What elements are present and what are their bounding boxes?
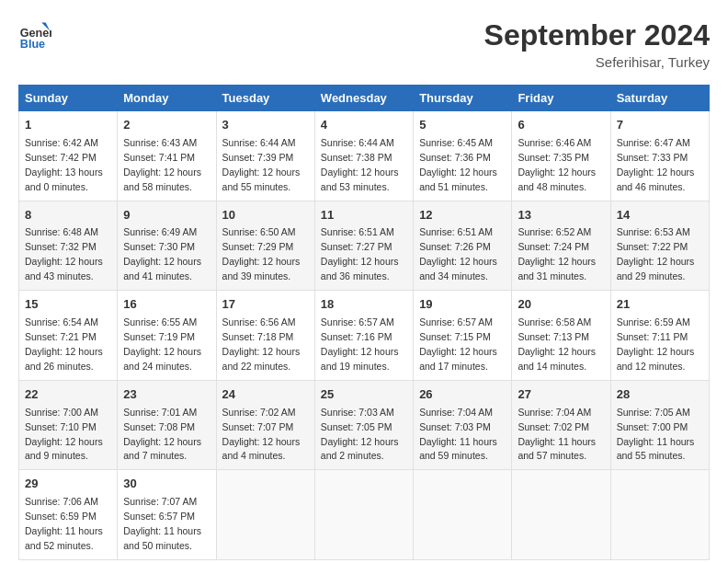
day-number: 27 — [518, 386, 604, 404]
calendar-cell: 15Sunrise: 6:54 AMSunset: 7:21 PMDayligh… — [19, 291, 118, 381]
calendar-cell: 9Sunrise: 6:49 AMSunset: 7:30 PMDaylight… — [118, 201, 216, 291]
calendar-cell — [414, 470, 512, 560]
day-number: 24 — [222, 386, 309, 404]
day-info: Sunrise: 6:47 AMSunset: 7:33 PMDaylight:… — [617, 137, 695, 192]
day-number: 23 — [123, 386, 210, 404]
day-info: Sunrise: 7:06 AMSunset: 6:59 PMDaylight:… — [25, 496, 103, 551]
day-info: Sunrise: 6:57 AMSunset: 7:16 PMDaylight:… — [321, 316, 399, 372]
day-number: 10 — [222, 207, 309, 224]
calendar-cell: 30Sunrise: 7:07 AMSunset: 6:57 PMDayligh… — [118, 470, 216, 560]
calendar-cell: 18Sunrise: 6:57 AMSunset: 7:16 PMDayligh… — [314, 291, 413, 381]
week-row-5: 29Sunrise: 7:06 AMSunset: 6:59 PMDayligh… — [19, 470, 710, 560]
day-info: Sunrise: 6:58 AMSunset: 7:13 PMDaylight:… — [518, 316, 596, 372]
calendar-cell: 27Sunrise: 7:04 AMSunset: 7:02 PMDayligh… — [512, 380, 610, 470]
svg-text:Blue: Blue — [20, 38, 45, 51]
day-number: 29 — [25, 476, 111, 493]
day-header-monday: Monday — [118, 86, 216, 111]
day-info: Sunrise: 6:59 AMSunset: 7:11 PMDaylight:… — [617, 316, 695, 372]
calendar-cell — [610, 470, 709, 560]
day-info: Sunrise: 7:00 AMSunset: 7:10 PMDaylight:… — [25, 407, 103, 462]
day-info: Sunrise: 6:46 AMSunset: 7:35 PMDaylight:… — [518, 137, 596, 192]
day-number: 18 — [321, 296, 407, 314]
calendar-cell: 2Sunrise: 6:43 AMSunset: 7:41 PMDaylight… — [118, 111, 216, 201]
calendar-table: SundayMondayTuesdayWednesdayThursdayFrid… — [18, 85, 710, 560]
calendar-cell: 16Sunrise: 6:55 AMSunset: 7:19 PMDayligh… — [118, 291, 216, 381]
calendar-cell: 23Sunrise: 7:01 AMSunset: 7:08 PMDayligh… — [118, 380, 216, 470]
day-header-friday: Friday — [512, 86, 610, 111]
day-number: 2 — [123, 117, 210, 134]
day-info: Sunrise: 7:04 AMSunset: 7:02 PMDaylight:… — [518, 407, 596, 462]
day-number: 25 — [321, 386, 407, 404]
calendar-cell: 25Sunrise: 7:03 AMSunset: 7:05 PMDayligh… — [314, 380, 413, 470]
day-number: 14 — [617, 207, 703, 224]
week-row-4: 22Sunrise: 7:00 AMSunset: 7:10 PMDayligh… — [19, 380, 710, 470]
day-number: 30 — [123, 476, 210, 493]
calendar-cell: 22Sunrise: 7:00 AMSunset: 7:10 PMDayligh… — [19, 380, 118, 470]
calendar-cell: 10Sunrise: 6:50 AMSunset: 7:29 PMDayligh… — [216, 201, 314, 291]
calendar-cell — [512, 470, 610, 560]
calendar-cell: 12Sunrise: 6:51 AMSunset: 7:26 PMDayligh… — [414, 201, 512, 291]
day-number: 12 — [419, 207, 506, 224]
day-info: Sunrise: 6:53 AMSunset: 7:22 PMDaylight:… — [617, 226, 695, 282]
logo: General Blue — [18, 18, 51, 52]
day-number: 11 — [321, 207, 407, 224]
calendar-cell: 24Sunrise: 7:02 AMSunset: 7:07 PMDayligh… — [216, 380, 314, 470]
day-number: 1 — [25, 117, 111, 134]
day-number: 26 — [419, 386, 506, 404]
calendar-cell — [216, 470, 314, 560]
day-number: 9 — [123, 207, 210, 224]
day-info: Sunrise: 6:57 AMSunset: 7:15 PMDaylight:… — [419, 316, 497, 372]
calendar-cell: 20Sunrise: 6:58 AMSunset: 7:13 PMDayligh… — [512, 291, 610, 381]
calendar-cell: 8Sunrise: 6:48 AMSunset: 7:32 PMDaylight… — [19, 201, 118, 291]
day-info: Sunrise: 6:48 AMSunset: 7:32 PMDaylight:… — [25, 226, 103, 282]
day-header-thursday: Thursday — [414, 86, 512, 111]
location-subtitle: Seferihisar, Turkey — [484, 54, 710, 70]
day-number: 3 — [222, 117, 309, 134]
day-header-sunday: Sunday — [19, 86, 118, 111]
day-info: Sunrise: 6:45 AMSunset: 7:36 PMDaylight:… — [419, 137, 497, 192]
calendar-cell: 13Sunrise: 6:52 AMSunset: 7:24 PMDayligh… — [512, 201, 610, 291]
day-info: Sunrise: 6:42 AMSunset: 7:42 PMDaylight:… — [25, 137, 103, 192]
week-row-1: 1Sunrise: 6:42 AMSunset: 7:42 PMDaylight… — [19, 111, 710, 201]
day-header-wednesday: Wednesday — [314, 86, 413, 111]
day-header-saturday: Saturday — [610, 86, 709, 111]
day-info: Sunrise: 6:55 AMSunset: 7:19 PMDaylight:… — [123, 316, 201, 372]
calendar-cell — [314, 470, 413, 560]
calendar-cell: 21Sunrise: 6:59 AMSunset: 7:11 PMDayligh… — [610, 291, 709, 381]
day-info: Sunrise: 7:02 AMSunset: 7:07 PMDaylight:… — [222, 407, 301, 462]
calendar-cell: 11Sunrise: 6:51 AMSunset: 7:27 PMDayligh… — [314, 201, 413, 291]
day-info: Sunrise: 6:56 AMSunset: 7:18 PMDaylight:… — [222, 316, 301, 372]
day-number: 21 — [617, 296, 703, 314]
day-header-tuesday: Tuesday — [216, 86, 314, 111]
day-info: Sunrise: 6:44 AMSunset: 7:39 PMDaylight:… — [222, 137, 301, 192]
day-number: 17 — [222, 296, 309, 314]
day-number: 20 — [518, 296, 604, 314]
page-header: General Blue September 2024 Seferihisar,… — [18, 18, 710, 70]
day-number: 8 — [25, 207, 111, 224]
day-number: 13 — [518, 207, 604, 224]
calendar-cell: 29Sunrise: 7:06 AMSunset: 6:59 PMDayligh… — [19, 470, 118, 560]
calendar-cell: 17Sunrise: 6:56 AMSunset: 7:18 PMDayligh… — [216, 291, 314, 381]
day-info: Sunrise: 6:51 AMSunset: 7:27 PMDaylight:… — [321, 226, 399, 282]
day-info: Sunrise: 6:49 AMSunset: 7:30 PMDaylight:… — [123, 226, 201, 282]
day-number: 15 — [25, 296, 111, 314]
calendar-cell: 1Sunrise: 6:42 AMSunset: 7:42 PMDaylight… — [19, 111, 118, 201]
calendar-cell: 5Sunrise: 6:45 AMSunset: 7:36 PMDaylight… — [414, 111, 512, 201]
calendar-cell: 28Sunrise: 7:05 AMSunset: 7:00 PMDayligh… — [610, 380, 709, 470]
title-area: September 2024 Seferihisar, Turkey — [484, 18, 710, 70]
day-number: 16 — [123, 296, 210, 314]
day-info: Sunrise: 6:50 AMSunset: 7:29 PMDaylight:… — [222, 226, 301, 282]
day-info: Sunrise: 7:04 AMSunset: 7:03 PMDaylight:… — [419, 407, 497, 462]
day-number: 4 — [321, 117, 407, 134]
calendar-cell: 26Sunrise: 7:04 AMSunset: 7:03 PMDayligh… — [414, 380, 512, 470]
day-number: 5 — [419, 117, 506, 134]
day-info: Sunrise: 7:05 AMSunset: 7:00 PMDaylight:… — [617, 407, 695, 462]
day-number: 6 — [518, 117, 604, 134]
month-title: September 2024 — [484, 18, 710, 52]
day-info: Sunrise: 7:01 AMSunset: 7:08 PMDaylight:… — [123, 407, 201, 462]
day-number: 19 — [419, 296, 506, 314]
calendar-cell: 6Sunrise: 6:46 AMSunset: 7:35 PMDaylight… — [512, 111, 610, 201]
day-info: Sunrise: 6:44 AMSunset: 7:38 PMDaylight:… — [321, 137, 399, 192]
day-info: Sunrise: 6:52 AMSunset: 7:24 PMDaylight:… — [518, 226, 596, 282]
logo-icon: General Blue — [18, 18, 51, 52]
